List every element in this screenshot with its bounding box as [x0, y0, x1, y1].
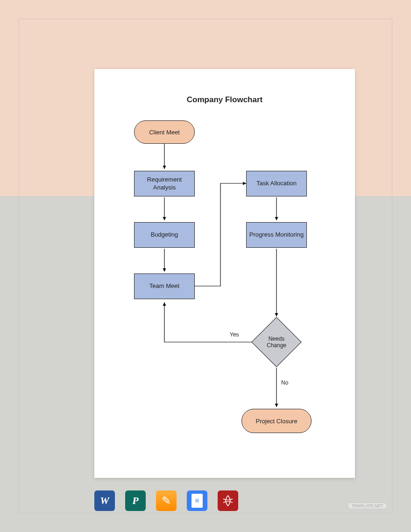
pages-glyph: ✎	[162, 494, 171, 507]
node-team-meet-label: Team Meet	[149, 282, 179, 290]
node-progress-monitoring-label: Progress Monitoring	[249, 231, 304, 238]
node-decision-label: Needs Change	[259, 324, 294, 360]
pdf-glyph-svg	[221, 494, 234, 507]
gdocs-glyph: ≡	[195, 497, 199, 505]
node-team-meet: Team Meet	[134, 273, 195, 299]
node-end-label: Project Closure	[256, 418, 298, 425]
gdocs-icon: ≡	[187, 490, 207, 511]
outer-frame: Company Flowchart	[19, 19, 392, 513]
edge-label-yes: Yes	[230, 331, 239, 338]
edge-label-no: No	[281, 379, 288, 386]
node-task-allocation-label: Task Allocation	[256, 180, 297, 187]
node-end: Project Closure	[241, 409, 312, 433]
pages-icon: ✎	[156, 490, 177, 511]
flowchart-title: Company Flowchart	[94, 95, 355, 105]
node-start: Client Meet	[134, 120, 195, 144]
node-requirement-analysis: Requirement Analysis	[134, 171, 195, 196]
word-icon: W	[94, 490, 115, 511]
publisher-glyph: P	[132, 495, 138, 507]
connectors	[94, 69, 355, 478]
publisher-icon: P	[125, 490, 146, 511]
watermark: TEMPLATE.NET	[347, 503, 387, 509]
word-glyph: W	[100, 495, 109, 507]
document-page: Company Flowchart	[94, 69, 355, 478]
pdf-icon	[218, 490, 238, 511]
node-budgeting: Budgeting	[134, 222, 195, 248]
app-icons-row: W P ✎ ≡	[94, 490, 238, 511]
node-requirement-label: Requirement Analysis	[136, 176, 192, 191]
node-task-allocation: Task Allocation	[246, 171, 307, 196]
node-budgeting-label: Budgeting	[151, 231, 178, 238]
node-start-label: Client Meet	[149, 129, 180, 136]
node-progress-monitoring: Progress Monitoring	[246, 222, 307, 248]
node-decision: Needs Change	[259, 324, 294, 360]
